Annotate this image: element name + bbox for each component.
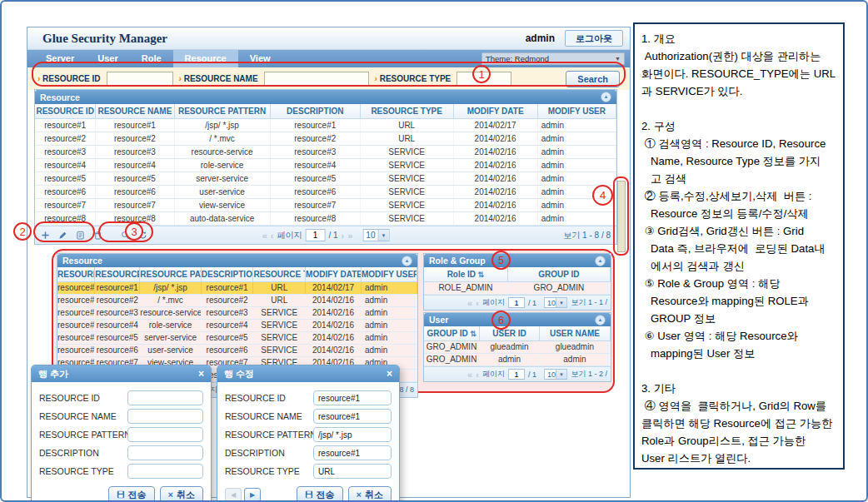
- table-row-cell: admin: [362, 320, 417, 331]
- column-header[interactable]: MODIFY USER: [362, 267, 417, 281]
- column-header[interactable]: RESOURCE NAM: [95, 267, 140, 281]
- table-row-cell: resource#5: [271, 172, 361, 185]
- column-header[interactable]: MODIFY USER: [538, 104, 616, 118]
- resource-type-field[interactable]: [127, 464, 203, 479]
- table-row-cell: URL: [253, 295, 306, 306]
- table-row[interactable]: resource#resource#6user-serviceresource#…: [57, 345, 417, 357]
- column-header[interactable]: USER NAME: [540, 326, 611, 340]
- resource-id-field[interactable]: [313, 390, 392, 405]
- collapse-icon[interactable]: ▲: [595, 315, 606, 326]
- table-row[interactable]: resource#4resource#4role-serviceresource…: [35, 159, 616, 172]
- table-row[interactable]: resource#7resource#7view-serviceresource…: [35, 199, 616, 212]
- column-header[interactable]: RESOURCE PATTERN: [175, 104, 271, 118]
- cancel-button[interactable]: ×취소: [160, 486, 203, 502]
- resource-pattern-field[interactable]: [313, 427, 392, 442]
- add-row-dialog-body: RESOURCE ID RESOURCE NAME RESOURCE PATTE…: [32, 382, 211, 482]
- page-size-select[interactable]: 10 ▼: [362, 229, 389, 241]
- prev-page-icon[interactable]: ‹: [476, 370, 479, 380]
- column-header[interactable]: DESCRIPTION: [271, 104, 361, 118]
- page-label: 페이지: [277, 230, 302, 241]
- cancel-button[interactable]: ×취소: [348, 486, 392, 502]
- table-row-cell: URL: [253, 282, 306, 294]
- column-header[interactable]: USER ID: [480, 326, 540, 340]
- page-input[interactable]: [305, 229, 325, 241]
- resource-pattern-field[interactable]: [127, 427, 203, 442]
- submit-button-label: 전송: [128, 489, 147, 501]
- close-icon[interactable]: ×: [387, 369, 392, 379]
- chevron-down-icon: ▼: [556, 370, 566, 379]
- page-size-select[interactable]: 10 ▼: [544, 369, 567, 380]
- description-field[interactable]: [127, 445, 203, 460]
- table-row[interactable]: GRO_ADMINadminadmin: [424, 354, 611, 366]
- table-row-cell: resource#2: [35, 132, 96, 145]
- resource-name-field[interactable]: [313, 409, 392, 424]
- column-header[interactable]: MODIFY DATE: [454, 104, 538, 118]
- table-row[interactable]: resource#6resource#6user-serviceresource…: [35, 186, 616, 199]
- table-row[interactable]: resource#resource#1/jsp/ *.jspresource#1…: [57, 282, 417, 295]
- table-row[interactable]: ROLE_ADMINGRO_ADMIN: [424, 282, 611, 295]
- column-header[interactable]: GROUP ID: [424, 326, 480, 340]
- table-row[interactable]: resource#1resource#1/jsp/ *.jspresource#…: [35, 119, 616, 132]
- table-row-cell: SERVICE: [253, 307, 306, 319]
- table-row[interactable]: resource#resource#4role-serviceresource#…: [57, 320, 417, 332]
- first-page-icon[interactable]: «: [467, 370, 472, 380]
- next-record-button[interactable]: ▶: [244, 488, 261, 502]
- column-header[interactable]: RESOURCE NAME: [96, 104, 174, 118]
- column-header[interactable]: GROUP ID: [508, 267, 611, 281]
- table-row-cell: admin: [538, 119, 616, 132]
- column-header[interactable]: RESOURCE TYP: [253, 267, 306, 281]
- role-group-rows: ROLE_ADMINGRO_ADMIN: [424, 282, 611, 295]
- annotation-mark-6: 6: [491, 311, 511, 330]
- first-page-icon[interactable]: «: [467, 298, 472, 308]
- description-field[interactable]: [313, 445, 392, 460]
- column-header[interactable]: DESCRIPTION: [202, 267, 254, 281]
- resource-name-field[interactable]: [127, 409, 203, 424]
- last-page-icon[interactable]: »: [347, 231, 352, 241]
- submit-button[interactable]: 전송: [297, 486, 343, 502]
- table-row[interactable]: resource#5resource#5server-serviceresour…: [35, 172, 616, 186]
- prev-page-icon[interactable]: ‹: [476, 298, 479, 308]
- resource-type-field[interactable]: [313, 464, 392, 479]
- column-header[interactable]: MODIFY DATE: [306, 267, 362, 281]
- resource-id-field[interactable]: [127, 390, 203, 405]
- collapse-icon[interactable]: ▲: [402, 256, 412, 266]
- column-header[interactable]: RESOURCE PAT: [140, 267, 201, 281]
- column-header[interactable]: RESOURI: [57, 267, 95, 281]
- page-input[interactable]: [508, 297, 525, 308]
- table-row[interactable]: GRO_ADMINglueadminglueadmin: [424, 341, 611, 354]
- field-label: RESOURCE TYPE: [225, 466, 313, 476]
- table-row[interactable]: resource#resource#2/ *.mvcresource#2URL2…: [57, 295, 417, 307]
- column-header[interactable]: Role ID: [424, 267, 508, 281]
- table-row-cell: resource#1: [271, 119, 361, 132]
- collapse-icon[interactable]: ▲: [601, 92, 611, 102]
- logout-button[interactable]: 로그아웃: [565, 30, 623, 47]
- table-row[interactable]: resource#resource#5server-serviceresourc…: [57, 332, 417, 345]
- annotation-outline-crud-icons: [33, 221, 95, 242]
- table-row-cell: resource#1: [35, 119, 96, 132]
- table-row[interactable]: resource#resource#3resource-serviceresou…: [57, 307, 417, 320]
- collapse-icon[interactable]: ▲: [595, 256, 606, 266]
- submit-button[interactable]: 전송: [108, 486, 155, 502]
- first-page-icon[interactable]: «: [262, 231, 267, 241]
- table-row-cell: admin: [362, 295, 417, 306]
- annotation-line: ③ Grid검색, Grid갱신 버튼 : Grid: [641, 222, 841, 240]
- next-page-icon[interactable]: ›: [342, 231, 345, 241]
- edit-row-dialog-footer: ◀ ▶ 전송 ×취소: [217, 482, 399, 502]
- prev-page-icon[interactable]: ‹: [271, 231, 274, 241]
- table-row-cell: 2014/02/17: [306, 282, 362, 294]
- prev-record-button[interactable]: ◀: [225, 488, 242, 502]
- column-header[interactable]: RESOURCE ID: [35, 104, 96, 118]
- page-size-select[interactable]: 10 ▼: [544, 297, 567, 308]
- field-label: DESCRIPTION: [225, 448, 313, 458]
- table-row[interactable]: resource#3resource#3resource-servicereso…: [35, 146, 616, 159]
- table-row-cell: SERVICE: [361, 186, 454, 198]
- table-row-cell: resource#4: [96, 159, 174, 171]
- table-row-cell: resource#3: [95, 307, 140, 319]
- table-row-cell: 2014/02/16: [454, 199, 538, 211]
- page-input[interactable]: [508, 369, 525, 380]
- table-row[interactable]: resource#2resource#2/ *.mvcresource#2URL…: [35, 132, 616, 146]
- close-icon[interactable]: ×: [198, 369, 204, 379]
- column-header[interactable]: RESOURCE TYPE: [361, 104, 454, 118]
- table-row-cell: 2014/02/16: [306, 345, 362, 356]
- table-row-cell: GRO_ADMIN: [424, 341, 480, 353]
